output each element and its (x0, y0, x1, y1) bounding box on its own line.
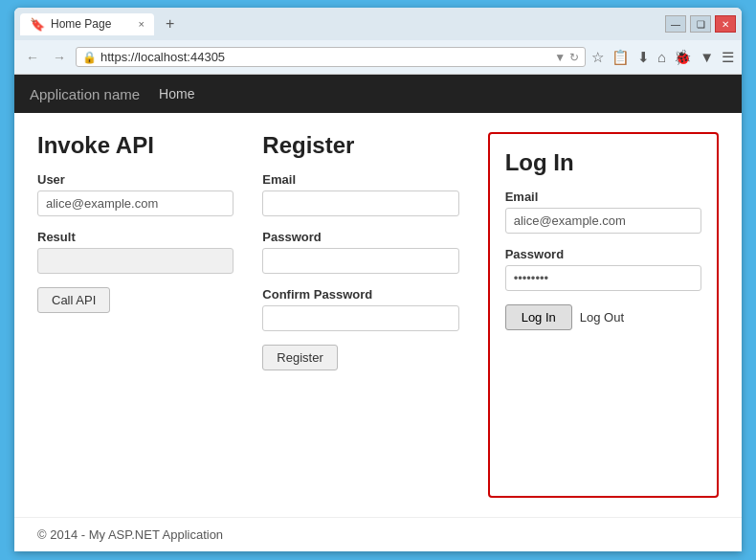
clipboard-icon[interactable]: 📋 (611, 49, 630, 66)
reg-email-label: Email (262, 172, 458, 187)
reg-confirm-label: Confirm Password (262, 287, 458, 302)
footer: © 2014 - My ASP.NET Application (14, 517, 742, 551)
tab-icon: 🔖 (30, 17, 45, 32)
download-icon[interactable]: ⬇ (637, 49, 650, 66)
extension-icon[interactable]: 🐞 (674, 49, 692, 66)
url-box[interactable]: 🔒 https://localhost:44305 ▼ ↻ (76, 47, 586, 67)
url-text: https://localhost:44305 (100, 50, 550, 64)
tab-label: Home Page (51, 17, 111, 31)
login-section: Log In Email Password Log In Log Out (488, 132, 719, 498)
user-label: User (37, 172, 233, 187)
reg-password-group: Password (262, 230, 458, 274)
register-button[interactable]: Register (262, 345, 337, 370)
star-icon[interactable]: ☆ (591, 49, 604, 66)
register-title: Register (262, 132, 458, 159)
reg-password-label: Password (262, 230, 458, 244)
footer-text: © 2014 - My ASP.NET Application (37, 527, 223, 542)
hamburger-icon[interactable]: ☰ (722, 49, 734, 66)
close-btn[interactable]: ✕ (715, 15, 736, 33)
new-tab-btn[interactable]: + (158, 13, 182, 34)
login-email-group: Email (505, 190, 701, 234)
browser-tab[interactable]: 🔖 Home Page × (20, 13, 154, 35)
invoke-api-section: Invoke API User Result Call API (37, 132, 233, 498)
reg-email-input[interactable] (262, 190, 458, 216)
user-field-group: User (37, 172, 233, 216)
forward-btn[interactable]: → (49, 48, 70, 67)
restore-btn[interactable]: ❑ (690, 15, 711, 33)
reg-confirm-group: Confirm Password (262, 287, 458, 331)
login-password-label: Password (505, 247, 701, 261)
login-password-group: Password (505, 247, 701, 291)
tab-close-btn[interactable]: × (139, 18, 145, 30)
app-name: Application name (30, 86, 140, 102)
back-btn[interactable]: ← (22, 48, 43, 67)
main-content: Invoke API User Result Call API Register… (14, 113, 742, 517)
window-controls: — ❑ ✕ (665, 15, 736, 33)
invoke-api-title: Invoke API (37, 132, 233, 159)
user-input[interactable] (37, 190, 233, 216)
home-icon[interactable]: ⌂ (657, 49, 666, 65)
lock-icon: 🔒 (82, 51, 97, 64)
reg-email-group: Email (262, 172, 458, 216)
app-navbar: Application name Home (14, 75, 742, 113)
reg-confirm-input[interactable] (262, 305, 458, 331)
minimize-btn[interactable]: — (665, 15, 686, 33)
login-button[interactable]: Log In (505, 304, 572, 330)
dropdown-icon: ▼ (554, 51, 566, 64)
nav-home-link[interactable]: Home (159, 86, 194, 101)
result-input (37, 248, 233, 274)
address-bar: ← → 🔒 https://localhost:44305 ▼ ↻ ☆ 📋 ⬇ … (14, 40, 742, 75)
reg-password-input[interactable] (262, 248, 458, 274)
menu-icon[interactable]: ▼ (700, 49, 714, 65)
login-email-input[interactable] (505, 208, 701, 234)
login-email-label: Email (505, 190, 701, 204)
login-buttons: Log In Log Out (505, 304, 701, 330)
title-bar: 🔖 Home Page × + — ❑ ✕ (14, 8, 742, 40)
result-label: Result (37, 230, 233, 244)
register-section: Register Email Password Confirm Password… (262, 132, 458, 498)
call-api-button[interactable]: Call API (37, 287, 110, 313)
toolbar-icons: ☆ 📋 ⬇ ⌂ 🐞 ▼ ☰ (591, 49, 734, 66)
result-field-group: Result (37, 230, 233, 274)
logout-button[interactable]: Log Out (580, 304, 624, 330)
login-password-input[interactable] (505, 265, 701, 291)
login-title: Log In (505, 149, 701, 176)
refresh-icon[interactable]: ↻ (569, 51, 579, 64)
